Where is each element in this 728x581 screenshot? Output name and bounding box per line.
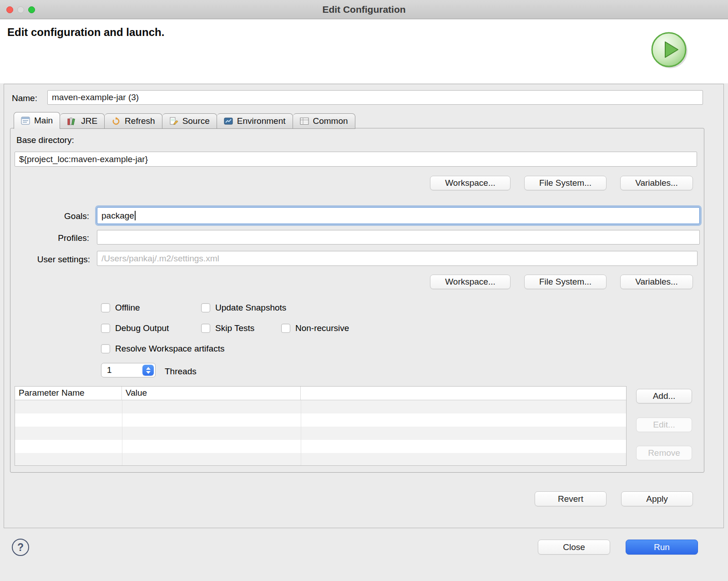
- tab-refresh-label: Refresh: [125, 116, 155, 126]
- name-input[interactable]: [47, 90, 703, 105]
- workspace-button-bottom[interactable]: Workspace...: [430, 275, 511, 289]
- tab-environment[interactable]: Environment: [217, 113, 293, 129]
- goals-label: Goals:: [27, 211, 89, 221]
- window-minimize-button[interactable]: [17, 6, 24, 13]
- table-row: [15, 400, 626, 413]
- profiles-label: Profiles:: [27, 233, 89, 243]
- file-system-button-bottom[interactable]: File System...: [524, 275, 607, 289]
- checkbox-box-icon: [101, 324, 110, 333]
- table-row: [15, 413, 626, 427]
- non-recursive-label: Non-recursive: [295, 323, 349, 333]
- update-snapshots-label: Update Snapshots: [215, 303, 286, 313]
- base-directory-label: Base directory:: [16, 135, 74, 145]
- tab-environment-label: Environment: [237, 116, 286, 126]
- edit-button[interactable]: Edit...: [636, 418, 692, 432]
- column-divider: [122, 400, 122, 465]
- resolve-workspace-artifacts-checkbox[interactable]: Resolve Workspace artifacts: [101, 344, 224, 354]
- tab-jre[interactable]: JRE: [60, 113, 105, 129]
- checkbox-box-icon: [101, 344, 110, 353]
- file-system-button-top[interactable]: File System...: [524, 176, 607, 190]
- main-tab-icon: [21, 117, 30, 125]
- skip-tests-checkbox[interactable]: Skip Tests: [201, 323, 254, 333]
- checkbox-box-icon: [201, 303, 210, 312]
- threads-label: Threads: [165, 367, 197, 377]
- offline-label: Offline: [115, 303, 140, 313]
- variables-button-top[interactable]: Variables...: [620, 176, 693, 190]
- profiles-input[interactable]: [97, 230, 700, 245]
- workspace-button-top[interactable]: Workspace...: [430, 176, 511, 190]
- checkbox-box-icon: [201, 324, 210, 333]
- jre-tab-icon: [67, 117, 77, 125]
- column-divider: [301, 400, 301, 465]
- stepper-up-icon: [146, 367, 151, 370]
- checkbox-box-icon: [101, 303, 110, 312]
- dialog-message: Edit configuration and launch.: [7, 26, 164, 39]
- column-header-spacer: [301, 387, 626, 400]
- close-button[interactable]: Close: [538, 540, 610, 555]
- tab-main[interactable]: Main: [14, 112, 60, 129]
- column-header-parameter-name[interactable]: Parameter Name: [15, 387, 122, 400]
- launch-play-icon: [650, 31, 689, 70]
- threads-value: 1: [107, 365, 112, 375]
- dialog-header: Edit configuration and launch.: [0, 20, 728, 83]
- threads-spinner[interactable]: 1: [101, 363, 156, 377]
- edit-configuration-window: Edit Configuration Edit configuration an…: [0, 0, 728, 581]
- refresh-tab-icon: [111, 117, 121, 126]
- column-header-value[interactable]: Value: [122, 387, 301, 400]
- add-button[interactable]: Add...: [636, 389, 692, 403]
- goals-input[interactable]: package: [97, 207, 700, 224]
- offline-checkbox[interactable]: Offline: [101, 303, 140, 313]
- titlebar: Edit Configuration: [0, 0, 728, 19]
- table-row: [15, 453, 626, 466]
- update-snapshots-checkbox[interactable]: Update Snapshots: [201, 303, 286, 313]
- debug-output-label: Debug Output: [115, 323, 169, 333]
- common-tab-icon: [300, 117, 309, 125]
- tab-bar: Main JRE Refresh Source: [14, 112, 355, 129]
- tab-refresh[interactable]: Refresh: [105, 113, 162, 129]
- help-icon: ?: [17, 541, 24, 554]
- tab-jre-label: JRE: [81, 116, 97, 126]
- environment-tab-icon: [224, 117, 233, 125]
- tab-main-label: Main: [34, 116, 53, 126]
- table-row: [15, 427, 626, 440]
- apply-button[interactable]: Apply: [621, 491, 693, 506]
- variables-button-bottom[interactable]: Variables...: [620, 275, 693, 289]
- revert-button[interactable]: Revert: [535, 491, 607, 506]
- skip-tests-label: Skip Tests: [215, 323, 254, 333]
- tab-common[interactable]: Common: [293, 113, 355, 129]
- stepper-buttons[interactable]: [142, 365, 154, 376]
- user-settings-input[interactable]: [97, 251, 698, 266]
- window-close-button[interactable]: [6, 6, 13, 13]
- window-zoom-button[interactable]: [28, 6, 35, 13]
- resolve-workspace-artifacts-label: Resolve Workspace artifacts: [115, 344, 224, 354]
- text-caret: [135, 211, 136, 220]
- table-header-row: Parameter Name Value: [15, 387, 626, 400]
- table-row: [15, 440, 626, 453]
- base-directory-input[interactable]: [15, 152, 697, 167]
- tab-source-label: Source: [182, 116, 210, 126]
- traffic-lights: [6, 0, 35, 19]
- name-label: Name:: [12, 93, 37, 103]
- stepper-down-icon: [146, 371, 151, 374]
- non-recursive-checkbox[interactable]: Non-recursive: [281, 323, 349, 333]
- debug-output-checkbox[interactable]: Debug Output: [101, 323, 169, 333]
- checkbox-box-icon: [281, 324, 290, 333]
- remove-button[interactable]: Remove: [636, 446, 692, 460]
- parameters-table[interactable]: Parameter Name Value: [15, 386, 627, 466]
- run-button[interactable]: Run: [626, 540, 698, 555]
- help-button[interactable]: ?: [12, 539, 29, 556]
- source-tab-icon: [169, 117, 178, 125]
- tab-common-label: Common: [313, 116, 348, 126]
- window-title: Edit Configuration: [322, 4, 405, 15]
- user-settings-label: User settings:: [5, 255, 90, 265]
- tab-source[interactable]: Source: [162, 113, 217, 129]
- goals-value: package: [101, 211, 134, 221]
